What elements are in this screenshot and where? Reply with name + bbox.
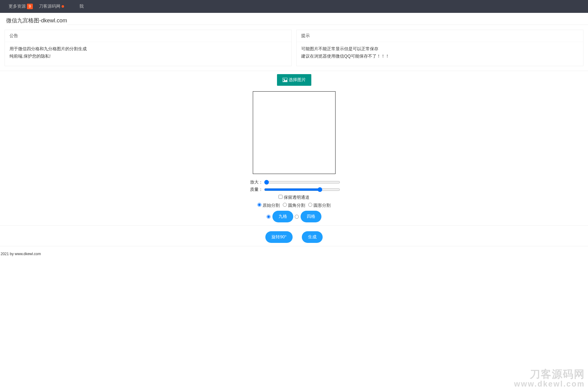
choose-image-button[interactable]: 选择图片 bbox=[277, 74, 311, 86]
dot-icon bbox=[62, 5, 64, 8]
rotate-label: 旋转90° bbox=[271, 234, 286, 240]
divider bbox=[0, 25, 588, 25]
four-button[interactable]: 四格 bbox=[301, 211, 321, 222]
cards-row: 公告 用于微信四分格和九分格图片的分割生成 纯前端,保护您的隐私! 提示 可能图… bbox=[0, 30, 588, 66]
footer: 2021 by www.dkewl.com bbox=[0, 249, 588, 259]
navbar: 更多资源 9 刀客源码网 我 bbox=[0, 0, 588, 13]
notice-card: 公告 用于微信四分格和九分格图片的分割生成 纯前端,保护您的隐私! bbox=[5, 30, 292, 66]
divider bbox=[0, 225, 588, 226]
nine-button[interactable]: 九格 bbox=[272, 211, 293, 222]
nav-me[interactable]: 我 bbox=[76, 0, 87, 13]
controls: 放大： 质量： bbox=[248, 179, 340, 192]
quality-slider[interactable] bbox=[264, 187, 340, 192]
split-circle-label: 圆形分割 bbox=[313, 203, 331, 208]
svg-point-1 bbox=[283, 79, 284, 80]
split-rounded-label: 圆角分割 bbox=[288, 203, 305, 208]
notice-header: 公告 bbox=[5, 30, 291, 42]
generate-label: 生成 bbox=[308, 234, 317, 240]
nav-badge: 9 bbox=[27, 4, 33, 9]
nine-radio[interactable] bbox=[267, 215, 271, 219]
image-icon bbox=[283, 78, 287, 82]
tip-line1: 可能图片不能正常显示但是可以正常保存 bbox=[301, 45, 579, 52]
notice-line1: 用于微信四分格和九分格图片的分割生成 bbox=[9, 45, 287, 52]
split-rounded-option[interactable]: 圆角分割 bbox=[283, 203, 306, 208]
tip-body: 可能图片不能正常显示但是可以正常保存 建议在浏览器使用微信QQ可能保存不了！！！ bbox=[297, 42, 583, 66]
footer-link[interactable]: www.dkewl.com bbox=[15, 252, 41, 256]
alpha-label: 保留透明通道 bbox=[284, 195, 309, 200]
nav-more-resources-label: 更多资源 bbox=[9, 4, 26, 9]
alpha-checkbox[interactable] bbox=[279, 195, 283, 199]
zoom-label: 放大： bbox=[248, 179, 263, 185]
notice-line2: 纯前端,保护您的隐私! bbox=[9, 52, 287, 60]
nav-me-label: 我 bbox=[79, 4, 84, 9]
divider bbox=[0, 246, 588, 246]
split-rounded-radio[interactable] bbox=[283, 203, 287, 207]
split-original-radio[interactable] bbox=[257, 203, 261, 207]
footer-year: 2021 by bbox=[1, 252, 15, 256]
nav-more-resources[interactable]: 更多资源 9 bbox=[6, 0, 36, 13]
nine-label: 九格 bbox=[279, 214, 287, 219]
split-circle-radio[interactable] bbox=[308, 203, 312, 207]
generate-button[interactable]: 生成 bbox=[302, 231, 323, 243]
divider bbox=[0, 71, 588, 71]
four-radio[interactable] bbox=[295, 215, 299, 219]
image-canvas[interactable] bbox=[253, 91, 336, 174]
nav-site-label: 刀客源码网 bbox=[39, 4, 60, 9]
tip-line2: 建议在浏览器使用微信QQ可能保存不了！！！ bbox=[301, 52, 579, 60]
zoom-slider[interactable] bbox=[264, 180, 340, 185]
split-circle-option[interactable]: 圆形分割 bbox=[308, 203, 331, 208]
four-label: 四格 bbox=[307, 214, 315, 219]
tip-card: 提示 可能图片不能正常显示但是可以正常保存 建议在浏览器使用微信QQ可能保存不了… bbox=[296, 30, 583, 66]
nav-site-link[interactable]: 刀客源码网 bbox=[36, 0, 67, 13]
tip-header: 提示 bbox=[297, 30, 583, 42]
page-title: 微信九宫格图-dkewl.com bbox=[0, 13, 67, 28]
choose-image-label: 选择图片 bbox=[289, 77, 306, 83]
quality-label: 质量： bbox=[248, 187, 263, 192]
rotate-button[interactable]: 旋转90° bbox=[265, 231, 293, 243]
alpha-option[interactable]: 保留透明通道 bbox=[279, 195, 309, 200]
notice-body: 用于微信四分格和九分格图片的分割生成 纯前端,保护您的隐私! bbox=[5, 42, 291, 66]
split-original-label: 原始分割 bbox=[263, 203, 280, 208]
split-original-option[interactable]: 原始分割 bbox=[257, 203, 281, 208]
